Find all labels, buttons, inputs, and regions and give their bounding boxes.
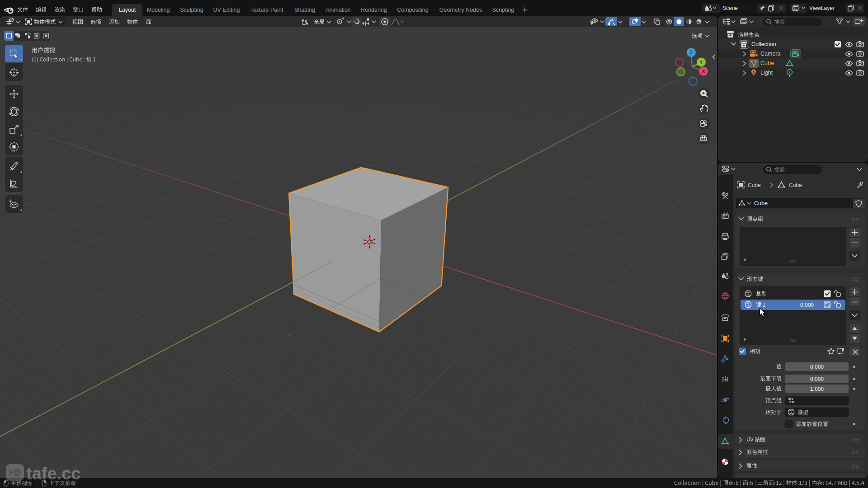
svg-text:X: X xyxy=(702,69,705,74)
svg-text:Z: Z xyxy=(690,50,693,55)
svg-text:Y: Y xyxy=(699,60,703,65)
